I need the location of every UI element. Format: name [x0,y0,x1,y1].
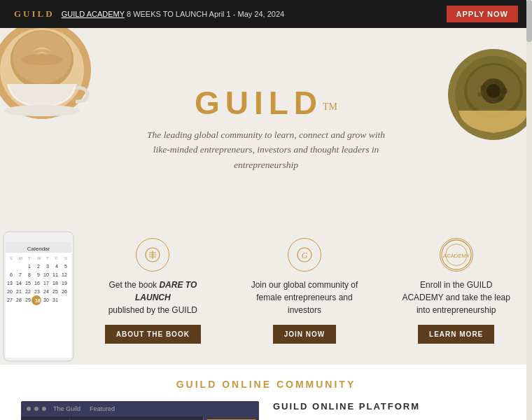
hero-tm: TM [323,101,337,111]
feature-community: G Join our global community of female en… [229,238,381,344]
features-row: Get the book DARE TO LAUNCHpublished by … [0,224,532,351]
scrollbar-thumb[interactable] [526,0,532,42]
svg-text:21: 21 [16,289,22,294]
dot1 [27,407,31,411]
community-right: GUILD ONLINE PLATFORM Post, like and sha… [273,401,511,420]
svg-text:16: 16 [34,281,40,286]
svg-point-15 [477,92,482,97]
svg-text:T: T [28,256,31,260]
about-book-button[interactable]: ABOUT THE BOOK [105,325,201,344]
svg-text:13: 13 [7,281,13,286]
svg-text:W: W [37,256,41,260]
phone-calendar-image: Calendar S M T W T F S 1 2 3 4 5 6 7 8 9… [0,225,77,365]
svg-text:4: 4 [55,264,58,269]
platform-sidebar [21,416,70,420]
svg-point-4 [21,54,63,65]
svg-text:9: 9 [37,272,40,277]
svg-text:8: 8 [28,272,31,277]
svg-text:1: 1 [28,264,31,269]
guild-icon: G [288,238,321,272]
svg-text:F: F [55,256,58,260]
svg-text:30: 30 [43,298,49,302]
platform-main [70,416,203,420]
svg-text:14: 14 [16,281,22,286]
navbar-announcement: GUILD ACADEMY 8 WEEKS TO LAUNCH April 1 … [62,10,285,18]
feature-community-text: Join our global community of female entr… [248,279,360,316]
svg-text:29: 29 [25,298,31,302]
svg-text:27: 27 [7,298,13,302]
feature-academy-text: Enroll in the GUILD ACADEMY and take the… [400,279,512,316]
platform-screenshot: The Guild Featured [21,401,259,420]
svg-text:6: 6 [10,272,13,277]
svg-text:20: 20 [7,289,13,294]
svg-text:11: 11 [52,272,58,277]
svg-text:17: 17 [43,281,49,286]
svg-text:25: 25 [52,289,58,294]
svg-text:26: 26 [62,289,67,294]
svg-text:5: 5 [64,264,67,269]
join-now-button[interactable]: JOIN NOW [273,325,337,344]
hero-section: GUILDTM The leading global community to … [0,28,532,224]
navbar: GUILD GUILD ACADEMY 8 WEEKS TO LAUNCH Ap… [0,0,532,28]
svg-text:7: 7 [19,272,22,277]
svg-point-17 [486,84,500,98]
coffee-right-image [448,49,532,140]
svg-text:T: T [46,256,49,260]
svg-text:Calendar: Calendar [27,246,50,252]
svg-text:S: S [64,256,67,260]
coffee-left-image [0,28,91,119]
svg-text:S: S [10,256,13,260]
hero-title: GUILD [195,85,323,121]
platform-tab: The Guild [53,405,80,412]
feature-book-text: Get the book DARE TO LAUNCHpublished by … [97,279,209,316]
dot2 [34,407,38,411]
features-wrapper: Calendar S M T W T F S 1 2 3 4 5 6 7 8 9… [0,224,532,365]
book-icon [136,238,169,272]
svg-text:18: 18 [52,281,58,286]
svg-text:19: 19 [62,281,67,286]
navbar-logo: GUILD [14,8,55,20]
platform-body [21,416,259,420]
community-section: GUILD ONLINE COMMUNITY The Guild Feature… [0,365,532,420]
navbar-left: GUILD GUILD ACADEMY 8 WEEKS TO LAUNCH Ap… [14,8,284,20]
svg-text:ACADEMY: ACADEMY [443,253,470,259]
svg-text:G: G [302,251,308,260]
scrollbar[interactable] [526,0,532,420]
svg-text:2: 2 [37,264,40,269]
svg-text:16: 16 [35,298,41,303]
platform-tab2: Featured [90,405,115,412]
svg-text:28: 28 [16,298,22,302]
svg-text:12: 12 [62,272,67,277]
svg-point-5 [4,105,80,116]
svg-text:22: 22 [25,289,31,294]
academy-icon: ACADEMY [440,238,473,272]
svg-text:M: M [19,256,22,260]
hero-title-wrap: GUILDTM [195,87,337,119]
community-platform-title: GUILD ONLINE PLATFORM [273,401,511,412]
feature-academy: ACADEMY Enroll in the GUILD ACADEMY and … [380,238,532,344]
svg-text:24: 24 [43,289,49,294]
svg-text:23: 23 [34,289,40,294]
svg-text:3: 3 [46,264,49,269]
community-content: The Guild Featured [21,401,511,420]
svg-text:15: 15 [25,281,31,286]
svg-text:10: 10 [43,272,49,277]
learn-more-button[interactable]: LEARN MORE [418,325,494,344]
svg-text:31: 31 [52,298,58,302]
academy-link[interactable]: GUILD ACADEMY [62,10,125,18]
announcement-text: 8 WEEKS TO LAUNCH April 1 - May 24, 2024 [127,10,284,18]
platform-header: The Guild Featured [21,401,259,416]
community-title: GUILD ONLINE COMMUNITY [21,379,511,390]
hero-subtitle: The leading global community to learn, c… [140,127,392,173]
dot3 [42,407,46,411]
platform-right-panel [203,416,259,420]
apply-now-button[interactable]: APPLY NOW [447,6,518,22]
